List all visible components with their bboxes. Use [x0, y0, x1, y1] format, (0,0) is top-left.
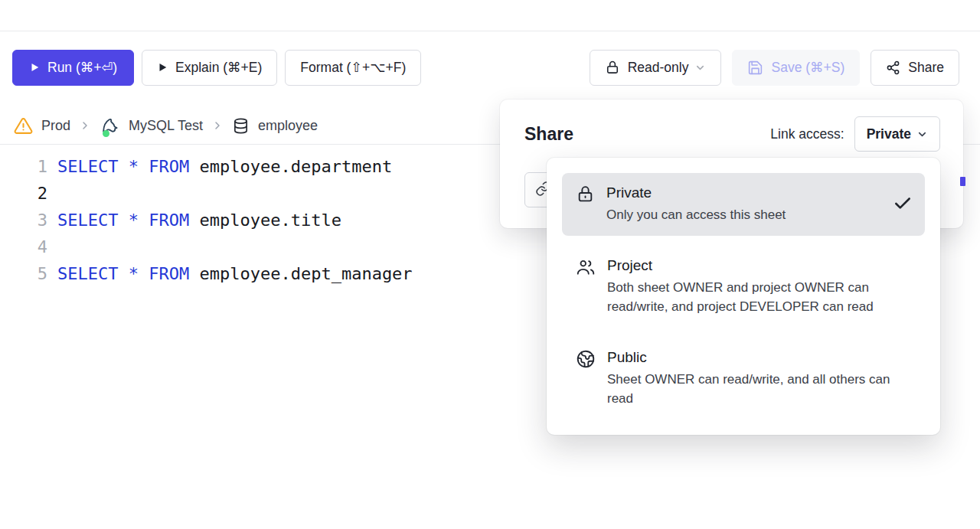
database-icon — [232, 117, 250, 135]
share-button-label: Share — [908, 60, 944, 76]
code-text: SELECT * FROM employee.department — [57, 153, 392, 180]
lock-icon — [576, 184, 595, 204]
hidden-copy-button-fragment — [960, 177, 965, 186]
access-option-description: Sheet OWNER can read/write, and all othe… — [607, 370, 913, 408]
floppy-save-icon — [747, 60, 763, 76]
mysql-dolphin-icon — [100, 116, 120, 136]
chevron-down-icon — [916, 129, 928, 140]
run-button[interactable]: Run (⌘+⏎) — [12, 50, 134, 86]
check-icon — [893, 194, 913, 214]
play-icon — [29, 62, 40, 73]
toolbar-left-group: Run (⌘+⏎) Explain (⌘+E) Format (⇧+⌥+F) — [12, 50, 421, 86]
line-number: 1 — [0, 153, 47, 180]
code-text: SELECT * FROM employee.title — [57, 207, 341, 233]
access-option-text: PublicSheet OWNER can read/write, and al… — [607, 348, 913, 408]
readonly-label: Read-only — [628, 60, 689, 76]
share-popover-header: Share Link access: Private — [500, 100, 963, 152]
access-option-title: Private — [606, 183, 786, 203]
access-option-description: Only you can access this sheet — [606, 205, 786, 224]
environment-name: Prod — [41, 118, 70, 134]
access-option-private[interactable]: PrivateOnly you can access this sheet — [562, 173, 925, 236]
code-text: SELECT * FROM employee.dept_manager — [57, 260, 413, 287]
lock-icon — [605, 60, 620, 75]
line-number: 5 — [0, 260, 47, 287]
top-strip — [0, 0, 980, 31]
access-option-title: Project — [607, 256, 913, 276]
access-option-text: PrivateOnly you can access this sheet — [606, 183, 786, 224]
line-number: 2 — [0, 180, 47, 207]
access-option-public[interactable]: PublicSheet OWNER can read/write, and al… — [562, 338, 925, 420]
globe-icon — [576, 349, 596, 369]
link-access-label: Link access: — [770, 126, 844, 142]
access-option-title: Public — [607, 348, 913, 367]
warning-triangle-icon — [14, 116, 33, 136]
access-option-text: ProjectBoth sheet OWNER and project OWNE… — [607, 256, 913, 316]
link-access-control: Link access: Private — [770, 116, 940, 152]
format-button[interactable]: Format (⇧+⌥+F) — [285, 50, 421, 86]
line-number: 3 — [0, 207, 47, 233]
instance-name: MySQL Test — [129, 118, 203, 134]
play-icon — [157, 62, 168, 73]
share-button[interactable]: Share — [871, 50, 959, 86]
chevron-right-icon — [79, 119, 91, 132]
sql-editor-app: Run (⌘+⏎) Explain (⌘+E) Format (⇧+⌥+F) R… — [0, 0, 980, 529]
users-icon — [576, 257, 596, 277]
breadcrumb-database[interactable]: employee — [232, 117, 318, 135]
explain-button-label: Explain (⌘+E) — [175, 60, 262, 76]
access-option-description: Both sheet OWNER and project OWNER can r… — [607, 278, 913, 316]
format-button-label: Format (⇧+⌥+F) — [300, 60, 406, 76]
share-nodes-icon — [886, 60, 900, 75]
save-button[interactable]: Save (⌘+S) — [732, 50, 860, 86]
share-popover-title: Share — [524, 124, 573, 145]
explain-button[interactable]: Explain (⌘+E) — [142, 50, 277, 86]
link-access-value: Private — [867, 126, 911, 142]
chevron-down-icon — [694, 62, 706, 73]
toolbar-right-group: Read-only Save (⌘+S) Share — [590, 50, 959, 86]
database-name: employee — [258, 118, 318, 134]
link-access-menu: PrivateOnly you can access this sheetPro… — [547, 158, 940, 435]
chevron-right-icon — [211, 119, 224, 132]
connection-status-dot — [103, 130, 109, 137]
link-access-dropdown-button[interactable]: Private — [854, 116, 940, 152]
breadcrumb-instance[interactable]: MySQL Test — [100, 116, 203, 136]
line-number: 4 — [0, 233, 47, 260]
access-option-project[interactable]: ProjectBoth sheet OWNER and project OWNE… — [562, 246, 925, 328]
run-button-label: Run (⌘+⏎) — [47, 60, 117, 76]
save-button-label: Save (⌘+S) — [771, 60, 844, 76]
readonly-mode-button[interactable]: Read-only — [590, 50, 722, 86]
toolbar: Run (⌘+⏎) Explain (⌘+E) Format (⇧+⌥+F) R… — [0, 49, 980, 86]
breadcrumb-environment[interactable]: Prod — [14, 116, 70, 136]
